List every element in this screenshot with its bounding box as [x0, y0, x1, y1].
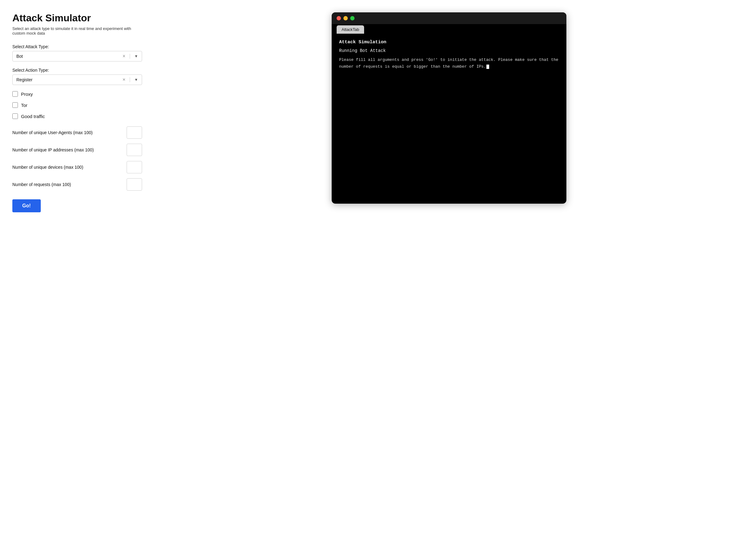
- devices-row: Number of unique devices (max 100): [12, 161, 142, 173]
- right-panel: AttackTab Attack Simulation Running Bot …: [154, 12, 744, 204]
- checkbox-tor[interactable]: Tor: [12, 102, 142, 108]
- page-title: Attack Simulator: [12, 12, 142, 24]
- user-agents-row: Number of unique User-Agents (max 100): [12, 126, 142, 139]
- attack-tab[interactable]: AttackTab: [337, 25, 364, 34]
- terminal-window: AttackTab Attack Simulation Running Bot …: [332, 12, 566, 204]
- proxy-label: Proxy: [21, 91, 33, 97]
- checkbox-proxy[interactable]: Proxy: [12, 91, 142, 97]
- attack-type-group: Select Attack Type: Bot × ▼: [12, 44, 142, 61]
- action-type-select[interactable]: Register × ▼: [12, 75, 142, 85]
- requests-label: Number of requests (max 100): [12, 182, 71, 187]
- terminal-body-text: Please fill all arguments and press 'Go!…: [339, 56, 559, 70]
- traffic-light-yellow[interactable]: [343, 16, 348, 20]
- devices-input[interactable]: [127, 161, 142, 173]
- good-traffic-label: Good traffic: [21, 114, 45, 119]
- terminal-subheading: Running Bot Attack: [339, 47, 559, 54]
- left-panel: Attack Simulator Select an attack type t…: [12, 12, 142, 212]
- requests-input[interactable]: [127, 178, 142, 191]
- attack-type-value: Bot: [16, 54, 123, 59]
- ip-addresses-label: Number of unique IP addresses (max 100): [12, 147, 94, 152]
- page-subtitle: Select an attack type to simulate it in …: [12, 26, 142, 36]
- action-type-group: Select Action Type: Register × ▼: [12, 68, 142, 85]
- action-type-label: Select Action Type:: [12, 68, 142, 73]
- attack-type-clear-icon[interactable]: ×: [123, 54, 125, 59]
- number-fields-section: Number of unique User-Agents (max 100) N…: [12, 126, 142, 191]
- checkbox-good-traffic[interactable]: Good traffic: [12, 114, 142, 119]
- good-traffic-checkbox[interactable]: [12, 114, 18, 119]
- tor-checkbox[interactable]: [12, 102, 18, 108]
- action-type-arrow-icon[interactable]: ▼: [134, 78, 138, 82]
- terminal-heading: Attack Simulation: [339, 39, 559, 46]
- proxy-checkbox[interactable]: [12, 91, 18, 97]
- user-agents-input[interactable]: [127, 126, 142, 139]
- go-button[interactable]: Go!: [12, 199, 41, 212]
- select-divider-2: [130, 77, 130, 82]
- traffic-light-red[interactable]: [337, 16, 341, 20]
- tor-label: Tor: [21, 102, 28, 108]
- terminal-cursor: [486, 65, 489, 69]
- attack-type-arrow-icon[interactable]: ▼: [134, 54, 138, 58]
- terminal-body: Attack Simulation Running Bot Attack Ple…: [332, 34, 566, 204]
- attack-type-actions: × ▼: [123, 54, 138, 59]
- action-type-value: Register: [16, 77, 123, 82]
- checkboxes-section: Proxy Tor Good traffic: [12, 91, 142, 119]
- terminal-tabs: AttackTab: [332, 24, 566, 34]
- ip-addresses-row: Number of unique IP addresses (max 100): [12, 144, 142, 156]
- requests-row: Number of requests (max 100): [12, 178, 142, 191]
- action-type-actions: × ▼: [123, 77, 138, 82]
- ip-addresses-input[interactable]: [127, 144, 142, 156]
- attack-type-label: Select Attack Type:: [12, 44, 142, 49]
- devices-label: Number of unique devices (max 100): [12, 165, 83, 170]
- terminal-titlebar: [332, 12, 566, 24]
- traffic-light-green[interactable]: [350, 16, 355, 20]
- select-divider: [130, 54, 130, 59]
- action-type-clear-icon[interactable]: ×: [123, 77, 125, 82]
- user-agents-label: Number of unique User-Agents (max 100): [12, 130, 93, 135]
- attack-type-select[interactable]: Bot × ▼: [12, 51, 142, 61]
